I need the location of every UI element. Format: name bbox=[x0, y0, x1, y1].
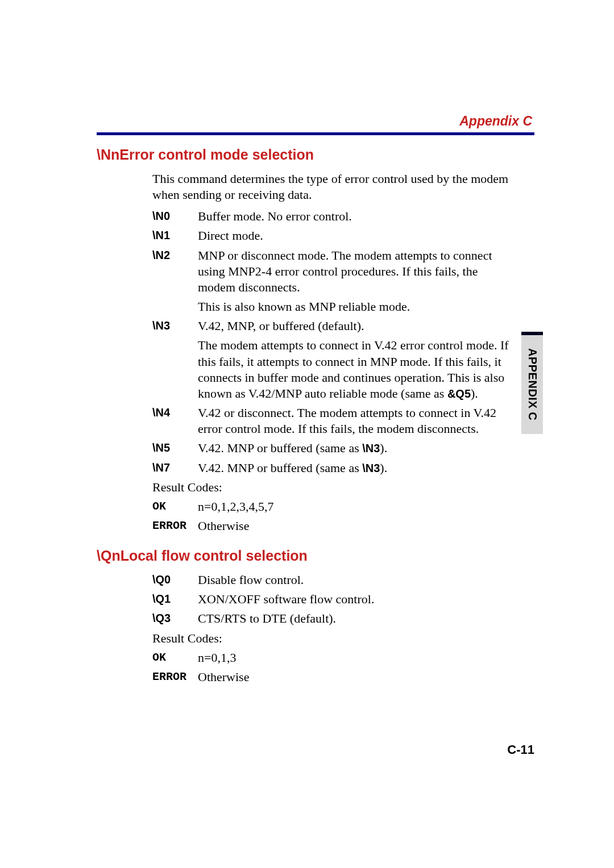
desc-n3-p2: The modem attempts to connect in V.42 er… bbox=[198, 337, 511, 402]
desc-n5-b: \N3 bbox=[362, 442, 380, 454]
desc-n7-b: \N3 bbox=[362, 462, 380, 474]
desc-n5-a: V.42. MNP or buffered (same as bbox=[198, 441, 362, 455]
desc-n7-c: ). bbox=[380, 461, 387, 475]
header-title: Appendix C bbox=[97, 114, 534, 132]
desc-n2-p2: This is also known as MNP reliable mode. bbox=[198, 299, 511, 315]
desc-n0: Buffer mode. No error control. bbox=[198, 208, 511, 224]
row-n4: \N4 V.42 or disconnect. The modem attemp… bbox=[152, 405, 534, 437]
code-s2-error: ERROR bbox=[152, 669, 198, 685]
row-n3: \N3 V.42, MNP, or buffered (default). Th… bbox=[152, 318, 534, 402]
side-tab: APPENDIX C bbox=[521, 332, 543, 434]
desc-n7: V.42. MNP or buffered (same as \N3). bbox=[198, 460, 511, 476]
side-tab-label: APPENDIX C bbox=[526, 348, 539, 420]
code-s1-ok: OK bbox=[152, 499, 198, 514]
side-tab-body: APPENDIX C bbox=[521, 335, 543, 434]
desc-s1-ok: n=0,1,2,3,4,5,7 bbox=[198, 499, 511, 515]
desc-n5: V.42. MNP or buffered (same as \N3). bbox=[198, 440, 511, 456]
row-s1-error: ERROR Otherwise bbox=[152, 518, 534, 534]
desc-n3-p2c: ). bbox=[471, 386, 478, 400]
desc-s2-error: Otherwise bbox=[198, 669, 511, 685]
row-n2: \N2 MNP or disconnect mode. The modem at… bbox=[152, 248, 534, 315]
code-q3: \Q3 bbox=[152, 611, 198, 626]
code-n1: \N1 bbox=[152, 228, 198, 243]
desc-n7-a: V.42. MNP or buffered (same as bbox=[198, 461, 362, 475]
page-number: C-11 bbox=[507, 742, 534, 757]
desc-q1: XON/XOFF software flow control. bbox=[198, 591, 511, 607]
code-s2-ok: OK bbox=[152, 650, 198, 665]
code-q0: \Q0 bbox=[152, 572, 198, 587]
desc-n4: V.42 or disconnect. The modem attempts t… bbox=[198, 405, 511, 437]
row-s2-ok: OK n=0,1,3 bbox=[152, 650, 534, 666]
header-rule bbox=[97, 132, 534, 135]
desc-q3: CTS/RTS to DTE (default). bbox=[198, 611, 511, 627]
desc-s2-ok: n=0,1,3 bbox=[198, 650, 511, 666]
row-s1-ok: OK n=0,1,2,3,4,5,7 bbox=[152, 499, 534, 515]
section2-title: \QnLocal flow control selection bbox=[97, 548, 534, 564]
section1-intro: This command determines the type of erro… bbox=[152, 171, 534, 203]
desc-n2: MNP or disconnect mode. The modem attemp… bbox=[198, 248, 511, 315]
code-n2: \N2 bbox=[152, 248, 198, 263]
section1-resultcodes-label: Result Codes: bbox=[152, 479, 534, 495]
code-n3: \N3 bbox=[152, 318, 198, 333]
code-n7: \N7 bbox=[152, 460, 198, 475]
desc-n3-p2b: &Q5 bbox=[447, 387, 471, 400]
code-n5: \N5 bbox=[152, 440, 198, 456]
desc-n2-p1: MNP or disconnect mode. The modem attemp… bbox=[198, 248, 511, 295]
row-q0: \Q0 Disable flow control. bbox=[152, 572, 534, 588]
section1-title: \NnError control mode selection bbox=[97, 147, 534, 163]
section2-resultcodes-label: Result Codes: bbox=[152, 631, 534, 646]
row-q3: \Q3 CTS/RTS to DTE (default). bbox=[152, 611, 534, 627]
code-s1-error: ERROR bbox=[152, 518, 198, 533]
page-header: Appendix C bbox=[97, 114, 534, 135]
section1-body: This command determines the type of erro… bbox=[152, 171, 534, 534]
desc-n3: V.42, MNP, or buffered (default). The mo… bbox=[198, 318, 511, 402]
row-n5: \N5 V.42. MNP or buffered (same as \N3). bbox=[152, 440, 534, 456]
row-q1: \Q1 XON/XOFF software flow control. bbox=[152, 591, 534, 607]
code-q1: \Q1 bbox=[152, 591, 198, 607]
row-s2-error: ERROR Otherwise bbox=[152, 669, 534, 685]
desc-n1: Direct mode. bbox=[198, 228, 511, 244]
desc-s1-error: Otherwise bbox=[198, 518, 511, 534]
code-n0: \N0 bbox=[152, 208, 198, 224]
section2-body: \Q0 Disable flow control. \Q1 XON/XOFF s… bbox=[152, 572, 534, 685]
row-n7: \N7 V.42. MNP or buffered (same as \N3). bbox=[152, 460, 534, 476]
code-n4: \N4 bbox=[152, 405, 198, 420]
desc-n3-p1: V.42, MNP, or buffered (default). bbox=[198, 318, 511, 334]
row-n0: \N0 Buffer mode. No error control. bbox=[152, 208, 534, 224]
desc-n5-c: ). bbox=[380, 441, 387, 455]
row-n1: \N1 Direct mode. bbox=[152, 228, 534, 244]
desc-q0: Disable flow control. bbox=[198, 572, 511, 588]
